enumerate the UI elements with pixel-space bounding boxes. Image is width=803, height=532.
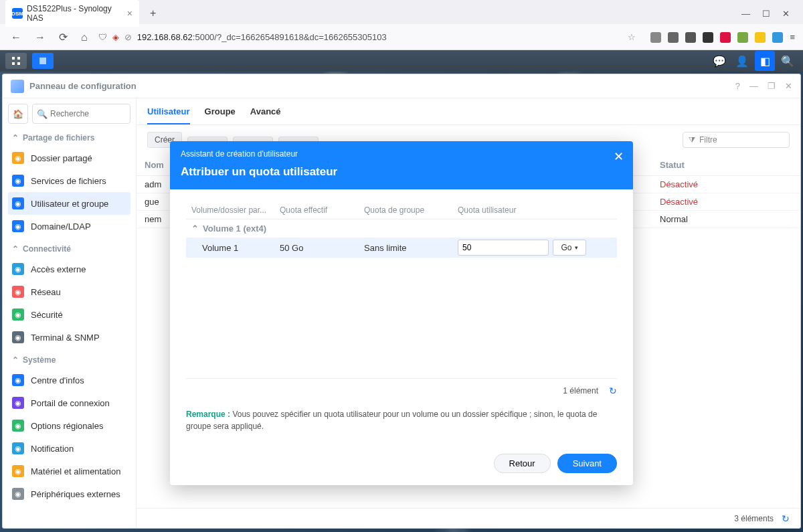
filter-box[interactable]: ⧩ Filtre [683, 132, 790, 148]
sidebar-item-label: Options régionales [31, 421, 103, 431]
sidebar-section-header[interactable]: ⌃Système [8, 351, 130, 369]
svg-rect-4 [39, 58, 46, 64]
permissions-icon[interactable]: ◈ [112, 32, 119, 42]
sidebar-home-button[interactable]: 🏠 [8, 104, 28, 124]
mh-effective[interactable]: Quota effectif [274, 205, 359, 215]
bookmark-star-icon[interactable]: ☆ [628, 32, 636, 42]
new-tab-button[interactable]: + [145, 5, 161, 22]
sidebar-section-header[interactable]: ⌃Partage de fichiers [8, 129, 130, 147]
sidebar-item[interactable]: ◉Portail de connexion [8, 391, 130, 414]
refresh-icon[interactable]: ↻ [782, 513, 790, 524]
volume-group-row[interactable]: ⌃ Volume 1 (ext4) [186, 219, 617, 238]
modal-refresh-icon[interactable]: ↻ [609, 385, 617, 396]
forward-button[interactable]: → [32, 29, 48, 46]
menu-icon[interactable]: ≡ [790, 32, 795, 42]
minimize-icon[interactable]: — [741, 9, 750, 19]
ext-icon-3[interactable] [685, 32, 696, 43]
ext-icon-4[interactable] [703, 32, 713, 43]
tab-title: DS1522Plus - Synology NAS [27, 4, 123, 23]
modal-header: Assistant de création d'utilisateur Attr… [170, 141, 633, 189]
sidebar-item[interactable]: ◉Notification [8, 437, 130, 460]
dsm-taskbar: 💬 👤 ◧ 🔍 [0, 50, 803, 72]
user-icon[interactable]: 👤 [732, 51, 752, 71]
tab-groupe[interactable]: Groupe [205, 106, 236, 124]
widgets-icon[interactable]: ◧ [755, 51, 775, 71]
home-icon[interactable]: ⌂ [78, 29, 90, 46]
sidebar-search[interactable]: 🔍 [32, 104, 130, 124]
sidebar-item[interactable]: ◉Utilisateur et groupe [8, 192, 130, 215]
sidebar-item-icon: ◉ [12, 308, 24, 321]
sidebar-item[interactable]: ◉Réseau [8, 280, 130, 303]
main-menu-button[interactable] [5, 53, 27, 69]
sidebar-item[interactable]: ◉Périphériques externes [8, 482, 130, 505]
sidebar-item-icon: ◉ [12, 152, 24, 164]
next-button[interactable]: Suivant [557, 454, 617, 473]
th-status[interactable]: Statut [652, 155, 786, 175]
sidebar-item[interactable]: ◉Domaine/LDAP [8, 215, 130, 238]
help-icon[interactable]: ? [735, 81, 740, 91]
sidebar-item-label: Accès externe [31, 264, 86, 274]
sidebar-item[interactable]: ◉Matériel et alimentation [8, 460, 130, 482]
sidebar-search-input[interactable] [50, 109, 126, 118]
ext-icon-5[interactable] [720, 32, 731, 43]
sidebar-item[interactable]: ◉Services de fichiers [8, 169, 130, 192]
sidebar-item-icon: ◉ [12, 442, 24, 454]
sidebar-item-icon: ◉ [12, 420, 24, 432]
table-footer: 3 éléments ↻ [137, 508, 800, 528]
notify-icon[interactable]: 💬 [709, 51, 729, 71]
sidebar-item-label: Sécurité [31, 310, 63, 320]
control-panel-window: Panneau de configuration ? — ❐ ✕ 🏠 🔍 ⌃Pa… [2, 74, 801, 529]
sidebar-item[interactable]: ◉Sécurité [8, 303, 130, 326]
quota-row[interactable]: Volume 1 50 Go Sans limite Go ▾ [186, 238, 617, 258]
mh-volume[interactable]: Volume/dossier par... [186, 205, 274, 215]
search-taskbar-icon[interactable]: 🔍 [778, 51, 798, 71]
sidebar-item[interactable]: ◉Centre d'infos [8, 369, 130, 391]
tab-utilisateur[interactable]: Utilisateur [147, 106, 190, 124]
svg-rect-2 [12, 62, 15, 65]
ext-icon-7[interactable] [755, 32, 766, 43]
quota-input[interactable] [458, 240, 549, 256]
sidebar-item-icon: ◉ [12, 397, 24, 409]
modal-pager: 1 élément ↻ [186, 378, 617, 396]
sidebar-item-icon: ◉ [12, 331, 24, 343]
sidebar-item[interactable]: ◉Options régionales [8, 414, 130, 437]
sidebar-section-header[interactable]: ⌃Connectivité [8, 240, 130, 258]
row-effective: 50 Go [274, 243, 359, 253]
control-panel-taskbar-button[interactable] [32, 53, 54, 69]
shield-icon[interactable]: 🛡 [98, 32, 107, 42]
close-window-icon[interactable]: ✕ [782, 9, 790, 19]
ext-icon-6[interactable] [737, 32, 748, 43]
sidebar-item[interactable]: ◉Dossier partagé [8, 147, 130, 169]
url-region[interactable]: 🛡 ◈ ⊘ 192.168.68.62:5000/?_dc=1662654891… [98, 32, 620, 42]
url-text[interactable]: 192.168.68.62:5000/?_dc=1662654891618&dc… [137, 32, 387, 42]
mh-user[interactable]: Quota utilisateur [452, 205, 593, 215]
win-minimize-icon[interactable]: — [749, 81, 758, 91]
modal-close-icon[interactable]: ✕ [614, 149, 624, 164]
win-close-icon[interactable]: ✕ [785, 81, 792, 91]
tab-close-icon[interactable]: × [127, 8, 132, 19]
modal-count: 1 élément [563, 386, 598, 395]
sidebar-item-icon: ◉ [12, 465, 24, 477]
extension-icons: ≡ [650, 32, 795, 43]
ext-icon-1[interactable] [650, 32, 661, 43]
sidebar-item[interactable]: ◉Terminal & SNMP [8, 326, 130, 349]
win-maximize-icon[interactable]: ❐ [768, 81, 776, 91]
tab-avancé[interactable]: Avancé [250, 106, 281, 124]
reload-button[interactable]: ⟳ [56, 28, 70, 46]
unit-select[interactable]: Go ▾ [553, 240, 586, 256]
modal-footer: Retour Suivant [170, 444, 633, 485]
note-text: Vous pouvez spécifier un quota utilisate… [186, 410, 597, 431]
back-button[interactable]: ← [8, 29, 24, 46]
row-count: 3 éléments [734, 514, 774, 523]
back-button[interactable]: Retour [494, 454, 551, 473]
ext-icon-2[interactable] [668, 32, 679, 43]
sidebar-item-icon: ◉ [12, 175, 24, 187]
ext-icon-8[interactable] [772, 32, 783, 43]
mh-group[interactable]: Quota de groupe [359, 205, 452, 215]
sidebar-item-label: Centre d'infos [31, 375, 84, 385]
sidebar-item[interactable]: ◉Accès externe [8, 258, 130, 280]
browser-tab[interactable]: DSM DS1522Plus - Synology NAS × [5, 0, 139, 27]
maximize-icon[interactable]: ☐ [762, 9, 770, 19]
sidebar-item-label: Réseau [31, 287, 61, 297]
window-header: Panneau de configuration ? — ❐ ✕ [3, 74, 800, 98]
